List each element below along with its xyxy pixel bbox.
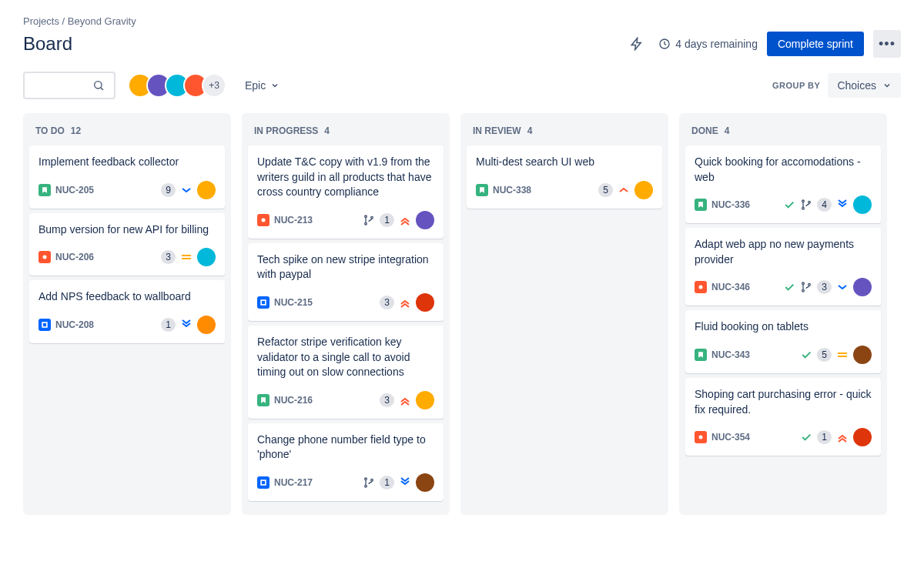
issue-key[interactable]: NUC-213 [257, 214, 313, 226]
card-title: Change phone number field type to 'phone… [257, 433, 434, 463]
assignee-avatar[interactable] [416, 293, 434, 312]
priority-low-icon [180, 184, 192, 196]
issue-card[interactable]: Change phone number field type to 'phone… [248, 423, 444, 501]
assignee-avatar[interactable] [197, 316, 216, 334]
search-input[interactable] [23, 72, 116, 99]
card-title: Quick booking for accomodations - web [695, 155, 872, 185]
card-title: Multi-dest search UI web [476, 155, 653, 170]
done-check-icon [783, 199, 795, 211]
branch-icon [363, 214, 375, 226]
issue-card[interactable]: Bump version for new API for billing NUC… [29, 213, 225, 276]
more-actions-button[interactable]: ••• [873, 30, 901, 58]
card-title: Implement feedback collector [38, 155, 216, 170]
issue-key[interactable]: NUC-216 [257, 394, 313, 406]
issue-card[interactable]: Tech spike on new stripe integration wit… [248, 243, 444, 321]
issue-card[interactable]: Multi-dest search UI web NUC-338 5 [467, 145, 662, 209]
priority-lowest-icon [180, 319, 192, 331]
assignee-avatar[interactable] [197, 248, 216, 266]
story-points-badge: 3 [380, 296, 394, 309]
branch-icon [800, 199, 812, 211]
svg-rect-24 [838, 356, 847, 357]
branch-icon [800, 281, 812, 293]
breadcrumb-root[interactable]: Projects [23, 15, 59, 27]
bug-icon [695, 281, 707, 293]
priority-highest-icon [399, 296, 411, 309]
issue-card[interactable]: Refactor stripe verification key validat… [248, 326, 444, 419]
assignee-avatar[interactable] [853, 195, 872, 214]
assignee-avatars[interactable]: +3 [128, 73, 226, 98]
issue-card[interactable]: Adapt web app no new payments provider N… [685, 228, 881, 306]
assignee-avatar[interactable] [853, 428, 872, 446]
svg-point-10 [371, 216, 373, 219]
issue-key[interactable]: NUC-346 [695, 281, 750, 293]
story-icon [695, 199, 707, 211]
svg-point-21 [802, 290, 805, 292]
story-points-badge: 1 [161, 318, 176, 332]
priority-low-icon [836, 281, 849, 293]
issue-key[interactable]: NUC-217 [257, 476, 313, 489]
complete-sprint-button[interactable]: Complete sprint [767, 32, 864, 56]
svg-point-16 [802, 200, 805, 202]
issue-key[interactable]: NUC-215 [257, 296, 313, 309]
chevron-down-icon [882, 81, 892, 90]
svg-line-2 [101, 88, 103, 90]
assignee-avatar[interactable] [853, 346, 872, 364]
automation-icon[interactable] [624, 32, 649, 56]
column-header: TO DO12 [29, 122, 225, 145]
card-title: Shoping cart purchasing error - quick fi… [695, 387, 872, 417]
story-points-badge: 3 [817, 280, 832, 294]
assignee-avatar[interactable] [853, 278, 872, 296]
board-column: TO DO12 Implement feedback collector NUC… [23, 113, 231, 515]
story-icon [257, 394, 270, 406]
issue-key[interactable]: NUC-206 [38, 251, 94, 263]
story-points-badge: 3 [161, 250, 176, 264]
card-title: Fluid booking on tablets [695, 319, 872, 335]
bug-icon [257, 214, 270, 226]
svg-rect-4 [182, 255, 191, 256]
column-header: IN REVIEW4 [467, 122, 662, 145]
avatar-overflow[interactable]: +3 [202, 73, 226, 98]
epic-filter[interactable]: Epic [239, 75, 286, 96]
assignee-avatar[interactable] [197, 181, 216, 199]
clock-icon [658, 38, 671, 50]
issue-key[interactable]: NUC-208 [38, 319, 94, 331]
done-check-icon [800, 431, 812, 443]
issue-key[interactable]: NUC-338 [476, 184, 531, 196]
issue-key[interactable]: NUC-354 [695, 431, 750, 443]
issue-card[interactable]: Update T&C copy with v1.9 from the write… [248, 145, 444, 239]
svg-point-15 [371, 479, 373, 481]
story-points-badge: 1 [380, 213, 394, 227]
issue-key[interactable]: NUC-205 [38, 184, 94, 196]
svg-point-1 [95, 82, 102, 89]
page-title: Board [23, 33, 72, 55]
assignee-avatar[interactable] [416, 391, 434, 409]
svg-rect-6 [42, 322, 47, 327]
group-by-select[interactable]: Choices [828, 73, 901, 98]
priority-lowest-icon [836, 199, 849, 211]
assignee-avatar[interactable] [416, 211, 434, 229]
issue-card[interactable]: Shoping cart purchasing error - quick fi… [685, 378, 881, 456]
assignee-avatar[interactable] [416, 473, 434, 492]
task-icon [257, 296, 270, 309]
svg-point-9 [365, 222, 367, 225]
issue-card[interactable]: Fluid booking on tablets NUC-343 5 [685, 310, 881, 373]
story-points-badge: 5 [598, 183, 613, 197]
issue-key[interactable]: NUC-343 [695, 349, 750, 361]
svg-rect-5 [182, 258, 191, 259]
assignee-avatar[interactable] [634, 181, 653, 199]
priority-highest-icon [836, 431, 849, 443]
card-title: Bump version for new API for billing [38, 222, 216, 238]
breadcrumb-project[interactable]: Beyond Gravity [68, 15, 136, 27]
board-column: IN PROGRESS4 Update T&C copy with v1.9 f… [242, 113, 450, 515]
time-remaining: 4 days remaining [658, 38, 758, 50]
issue-key[interactable]: NUC-336 [695, 199, 750, 211]
issue-card[interactable]: Add NPS feedback to wallboard NUC-208 1 [29, 280, 225, 343]
svg-point-3 [43, 256, 47, 259]
issue-card[interactable]: Implement feedback collector NUC-205 9 [29, 145, 225, 209]
search-icon [92, 79, 105, 92]
issue-card[interactable]: Quick booking for accomodations - web NU… [685, 145, 881, 223]
svg-rect-23 [838, 352, 847, 354]
priority-highest-icon [399, 214, 411, 226]
breadcrumb: Projects / Beyond Gravity [23, 15, 901, 27]
bug-icon [695, 431, 707, 443]
